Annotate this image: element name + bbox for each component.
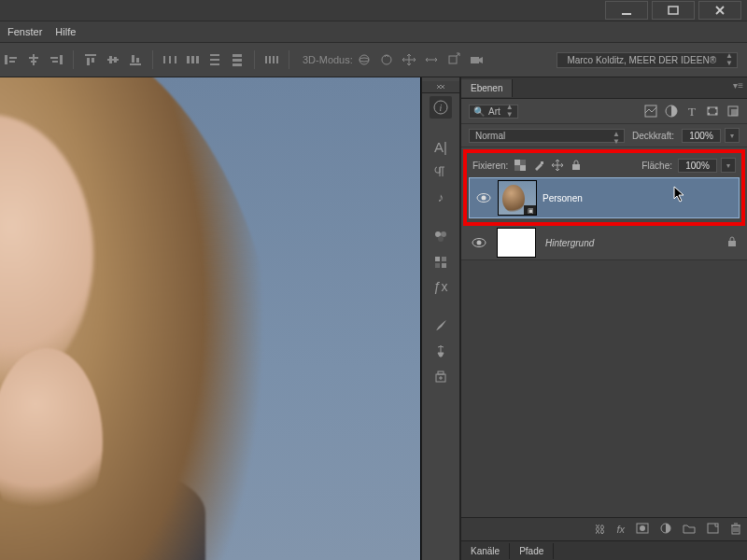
3d-slide-icon[interactable] [422,50,441,69]
svg-point-45 [438,236,444,242]
tab-paths[interactable]: Pfade [510,543,554,559]
tab-layers[interactable]: Ebenen [461,79,513,97]
new-layer-icon[interactable] [707,523,719,536]
window-minimize-button[interactable] [605,1,648,20]
svg-rect-65 [514,165,520,171]
lock-all-icon[interactable] [570,159,583,172]
filter-adjust-icon[interactable] [665,105,678,118]
svg-rect-2 [5,55,7,64]
align-bottom-icon[interactable] [126,50,145,69]
align-right-icon[interactable] [47,50,65,69]
chevron-updown-icon: ▲▼ [506,104,514,119]
filter-type-icon[interactable]: T [685,105,698,118]
profile-dropdown[interactable]: Marco Kolditz, MEER DER IDEEN® ▲▼ [557,52,738,68]
brush-panel-icon[interactable] [430,315,452,337]
distribute-v2-icon[interactable] [228,50,247,69]
window-close-button[interactable] [698,1,741,20]
lock-position-icon[interactable] [551,159,564,172]
layer-fx-icon[interactable]: fx [616,524,625,535]
distribute-h-icon[interactable] [161,50,179,69]
character-panel-icon[interactable]: A| [430,135,452,158]
glyphs-panel-icon[interactable]: ♪ [430,186,452,208]
layer-name[interactable]: Hintergrund [545,238,594,248]
clone-source-panel-icon[interactable] [430,365,452,387]
svg-rect-31 [233,63,242,66]
3d-roll-icon[interactable] [377,50,396,69]
svg-rect-11 [85,54,96,56]
mode-3d-label: 3D-Modus: [303,54,353,65]
menu-fenster[interactable]: Fenster [7,26,42,37]
styles-panel-icon[interactable] [430,250,452,273]
3d-scale-icon[interactable] [444,50,463,69]
visibility-toggle-icon[interactable] [471,234,487,251]
panel-menu-icon[interactable]: ▾≡ [733,80,743,91]
align-center-h-icon[interactable] [24,50,43,69]
svg-rect-0 [622,13,631,15]
distribute-v-icon[interactable] [205,50,224,69]
align-left-icon[interactable] [2,50,21,69]
align-middle-v-icon[interactable] [104,50,122,69]
svg-point-56 [708,107,710,109]
filter-type-dropdown[interactable]: 🔍 Art ▲▼ [469,105,518,119]
svg-rect-28 [210,63,219,65]
svg-point-74 [640,525,645,531]
filter-shape-icon[interactable] [706,105,719,118]
svg-rect-25 [196,56,199,63]
fill-value[interactable]: 100% [678,159,717,173]
adjustments-panel-icon[interactable]: ƒx [430,275,452,298]
fill-label: Fläche: [641,161,672,171]
filter-smart-icon[interactable] [726,105,740,118]
svg-rect-72 [728,241,736,246]
3d-pan-icon[interactable] [400,50,418,69]
smartobject-badge-icon: ▣ [524,205,537,216]
opacity-value[interactable]: 100% [682,129,721,143]
svg-rect-4 [9,61,15,63]
svg-rect-5 [33,54,35,65]
distribute-h2-icon[interactable] [183,50,202,69]
highlighted-region: Fixieren: Fläche: 100% ▾ [463,149,745,226]
search-icon: 🔍 [473,106,485,117]
right-panel-area: Ebenen ▾≡ 🔍 Art ▲▼ T [460,77,747,560]
expand-strip-button[interactable] [422,81,459,93]
link-layers-icon[interactable]: ⛓ [595,524,605,535]
chevron-updown-icon: ▲▼ [613,131,620,146]
svg-point-38 [382,55,391,64]
brush-presets-panel-icon[interactable] [430,340,452,362]
layer-name[interactable]: Personen [543,193,583,203]
3d-camera-icon[interactable] [467,50,486,69]
window-titlebar [0,0,747,21]
window-maximize-button[interactable] [652,1,695,20]
layer-mask-icon[interactable] [636,523,649,536]
align-top-icon[interactable] [81,50,100,69]
svg-rect-46 [435,257,440,261]
lock-transparency-icon[interactable] [514,159,527,172]
menu-hilfe[interactable]: Hilfe [55,26,76,37]
swatches-panel-icon[interactable] [430,225,452,247]
layer-thumbnail[interactable]: ▣ [498,180,537,216]
filter-pixel-icon[interactable] [644,105,657,118]
svg-rect-19 [136,58,139,63]
auto-align-icon[interactable] [262,50,281,69]
delete-layer-icon[interactable] [730,523,741,537]
document-canvas[interactable] [0,77,421,560]
lock-icon [726,236,738,249]
layer-thumbnail[interactable] [497,228,536,258]
lock-pixels-icon[interactable] [532,159,545,172]
adjustment-layer-icon[interactable] [660,523,671,536]
svg-rect-14 [107,59,119,61]
new-group-icon[interactable] [683,523,696,536]
3d-orbit-icon[interactable] [355,50,374,69]
visibility-toggle-icon[interactable] [475,189,492,206]
options-bar: 3D-Modus: Marco Kolditz, MEER DER IDEEN®… [0,43,747,77]
layer-row-background[interactable]: Hintergrund [461,226,747,260]
paragraph-panel-icon[interactable] [430,161,452,183]
tab-channels[interactable]: Kanäle [461,543,510,559]
fill-dropdown-icon[interactable]: ▾ [721,158,736,173]
svg-point-37 [359,58,369,62]
opacity-dropdown-icon[interactable]: ▾ [725,128,740,143]
svg-rect-34 [273,56,275,63]
layer-row-selected[interactable]: ▣ Personen [469,177,740,218]
info-panel-icon[interactable]: i [430,96,452,119]
svg-rect-3 [9,57,17,59]
blend-mode-dropdown[interactable]: Normal ▲▼ [469,129,625,143]
